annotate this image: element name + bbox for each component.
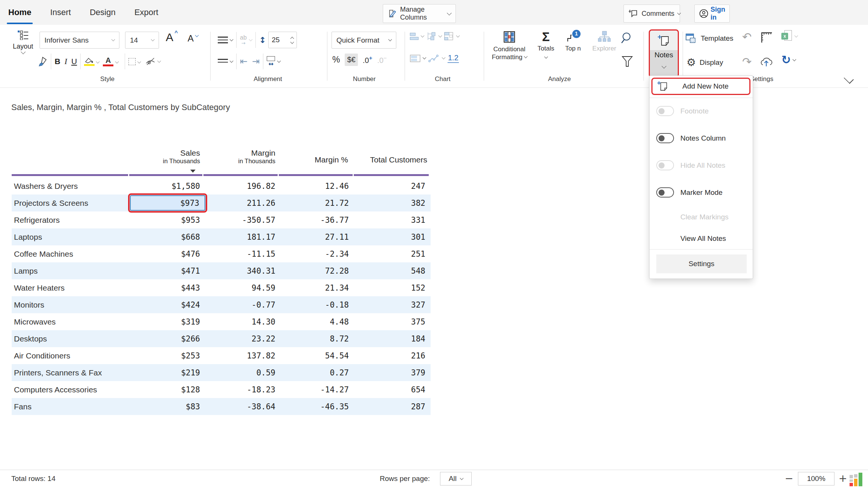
decrease-indent-icon[interactable]: ⇤ [240,56,248,67]
table-cell[interactable]: 331 [354,211,431,228]
column-header-margin[interactable]: Margin in Thousands [200,149,275,165]
table-cell[interactable]: -36.77 [281,211,354,228]
table-cell[interactable]: 548 [354,262,431,279]
table-row[interactable]: Laptops$668181.1727.11301 [12,228,431,245]
borders-icon[interactable] [128,58,136,65]
increase-decimal-button[interactable]: .0+ [363,55,372,65]
table-cell[interactable]: 14.30 [205,313,281,330]
table-cell[interactable]: $83 [130,398,205,415]
table-row[interactable]: Computers Accessories$128-18.23-14.27654 [12,381,431,398]
table-cell[interactable]: 251 [354,245,431,262]
table-row[interactable]: Desktops$26623.228.72184 [12,330,431,347]
table-row[interactable]: Monitors$424-0.77-0.18327 [12,296,431,313]
chevron-down-icon[interactable] [421,34,425,37]
table-cell[interactable]: 287 [354,398,431,415]
table-cell[interactable]: -11.15 [205,245,281,262]
decrease-decimal-button[interactable]: .0− [377,55,387,65]
table-row[interactable]: Projectors & Screens$973211.2621.72382 [12,194,431,211]
row-height-input[interactable]: 25 [268,32,297,48]
table-cell[interactable]: 72.28 [281,262,354,279]
table-cell[interactable]: 184 [354,330,431,347]
table-cell[interactable]: 27.11 [281,228,354,245]
table-cell[interactable]: 247 [354,178,431,194]
conditional-formatting-button[interactable]: Conditional Formatting [487,31,531,61]
table-chart-icon[interactable] [410,55,420,62]
table-cell[interactable]: 23.22 [205,330,281,347]
explorer-button[interactable]: Explorer [588,31,620,52]
format-painter-icon[interactable] [37,56,47,67]
table-cell[interactable]: 12.46 [281,178,354,194]
undo-icon[interactable]: ↶ [742,30,752,43]
notes-button[interactable]: Notes [649,29,679,78]
layout-button[interactable]: Layout [11,30,35,54]
collapse-ribbon-icon[interactable] [844,74,854,84]
manage-columns-button[interactable]: Manage Columns [383,4,456,23]
bold-button[interactable]: B [55,57,60,66]
table-cell[interactable]: -350.57 [205,211,281,228]
sort-descending-icon[interactable] [190,170,196,173]
rows-per-page-select[interactable]: All [440,472,472,485]
publish-cloud-icon[interactable] [760,57,773,67]
table-cell[interactable]: 196.82 [205,178,281,194]
table-cell[interactable]: $953 [130,211,205,228]
fill-color-button[interactable] [84,57,95,66]
table-cell[interactable]: $266 [130,330,205,347]
sign-in-button[interactable]: Sign in [694,5,730,23]
add-new-note-item[interactable]: Add New Note [651,78,750,95]
refresh-button[interactable]: ↻ [781,54,796,66]
table-row[interactable]: Washers & Dryers$1,580196.8212.46247 [12,178,431,194]
table-cell[interactable]: $1,580 [130,178,205,194]
view-all-notes-item[interactable]: View All Notes [680,234,726,243]
table-cell[interactable]: $443 [130,279,205,296]
zoom-in-button[interactable]: + [839,472,847,484]
stepper-down-icon[interactable] [290,40,294,44]
marker-mode-toggle[interactable] [656,187,674,198]
table-cell[interactable]: 340.31 [205,262,281,279]
table-cell[interactable]: 654 [354,381,431,398]
table-cell[interactable]: -2.34 [281,245,354,262]
table-cell[interactable]: 379 [354,364,431,381]
zoom-out-button[interactable]: − [785,472,793,484]
tab-insert[interactable]: Insert [50,0,71,25]
chevron-down-icon[interactable] [456,34,460,37]
increase-indent-icon[interactable]: ⇥ [252,56,260,67]
currency-format-button[interactable]: $€ [345,54,358,66]
waterfall-chart-icon[interactable] [426,32,436,41]
table-row[interactable]: Fans$83-38.64-46.35287 [12,398,431,415]
table-cell[interactable]: $319 [130,313,205,330]
table-cell[interactable]: -14.27 [281,381,354,398]
table-row[interactable]: Coffee Machines$476-11.15-2.34251 [12,245,431,262]
chevron-down-icon[interactable] [96,60,100,63]
templates-button[interactable]: Templates [686,33,734,44]
sparkline-icon[interactable] [428,54,440,63]
table-cell[interactable]: 21.72 [281,194,354,211]
table-cell[interactable]: 137.82 [205,347,281,364]
table-cell[interactable]: $476 [130,245,205,262]
combo-chart-icon[interactable] [444,32,454,41]
column-width-icon[interactable]: ↔ [267,56,275,67]
font-size-select[interactable]: 14 [125,32,159,49]
totals-button[interactable]: Σ Totals [534,30,558,58]
display-button[interactable]: ⚙ Display [686,57,723,68]
search-icon[interactable] [621,32,634,45]
top-n-button[interactable]: 1 Top n [560,30,586,52]
table-row[interactable]: Refrigerators$953-350.57-36.77331 [12,211,431,228]
zoom-level-box[interactable]: 100% [798,472,834,485]
table-cell[interactable]: $253 [130,347,205,364]
column-header-total-customers[interactable]: Total Customers [348,155,427,164]
table-cell[interactable]: $128 [130,381,205,398]
clear-markings-item[interactable]: Clear Markings [680,213,729,221]
table-cell[interactable]: $668 [130,228,205,245]
notes-settings-button[interactable]: Settings [656,254,747,273]
chevron-down-icon[interactable] [277,59,281,63]
table-cell[interactable]: 211.26 [205,194,281,211]
table-row[interactable]: Lamps$471340.3172.28548 [12,262,431,279]
bar-chart-icon[interactable] [410,33,419,40]
ruler-icon[interactable] [760,32,772,43]
table-cell[interactable]: $219 [130,364,205,381]
table-cell[interactable]: 21.34 [281,279,354,296]
chevron-down-icon[interactable] [115,60,119,63]
font-family-select[interactable]: Inforiver Sans [40,32,119,49]
table-cell[interactable]: 54.54 [281,347,354,364]
italic-button[interactable]: I [63,57,68,66]
